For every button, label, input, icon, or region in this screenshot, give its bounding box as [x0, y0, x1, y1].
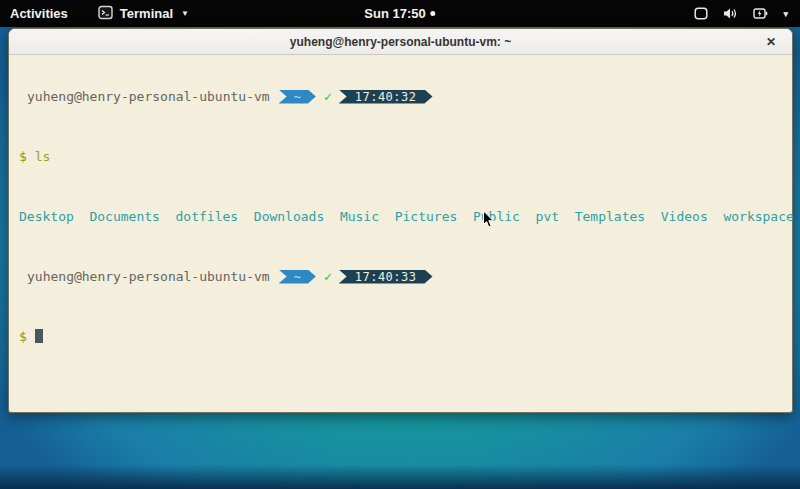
prompt-user: yuheng@henry-personal-ubuntu-vm	[27, 89, 270, 104]
ls-output: Desktop Documents dotfiles Downloads Mus…	[19, 209, 792, 224]
prompt-line: yuheng@henry-personal-ubuntu-vm ~ ✓ 17:4…	[19, 89, 792, 104]
display-icon	[694, 7, 708, 20]
top-bar: Activities Terminal ▼ Sun 17:50	[0, 0, 800, 27]
clock-menu[interactable]: Sun 17:50	[364, 0, 435, 27]
terminal-window: yuheng@henry-personal-ubuntu-vm: ~ ✕ yuh…	[8, 28, 793, 413]
prompt-cwd-segment: ~	[279, 270, 316, 284]
prompt-status-check-icon: ✓	[324, 89, 332, 104]
terminal-cursor	[35, 329, 43, 343]
typed-command: ls	[35, 149, 51, 164]
prompt-time-segment: 17:40:32	[339, 90, 433, 104]
volume-icon	[723, 7, 738, 20]
battery-charging-icon	[753, 7, 768, 20]
notification-dot-icon	[431, 11, 436, 16]
ls-output-text: Desktop Documents dotfiles Downloads Mus…	[19, 209, 794, 224]
shell-prompt-symbol: $	[19, 149, 27, 164]
window-titlebar[interactable]: yuheng@henry-personal-ubuntu-vm: ~ ✕	[9, 29, 792, 55]
chevron-down-icon: ▼	[181, 9, 189, 18]
chevron-down-icon: ▾	[783, 9, 788, 19]
prompt-time-segment: 17:40:33	[339, 270, 433, 284]
shell-prompt-symbol: $	[19, 329, 27, 344]
terminal-screen[interactable]: yuheng@henry-personal-ubuntu-vm ~ ✓ 17:4…	[9, 55, 792, 412]
window-title: yuheng@henry-personal-ubuntu-vm: ~	[290, 35, 511, 49]
prompt-cwd-segment: ~	[279, 90, 316, 104]
command-line: $ ls	[19, 149, 792, 164]
prompt-user: yuheng@henry-personal-ubuntu-vm	[27, 269, 270, 284]
clock-label: Sun 17:50	[364, 6, 425, 21]
prompt-line: yuheng@henry-personal-ubuntu-vm ~ ✓ 17:4…	[19, 269, 792, 284]
close-button[interactable]: ✕	[766, 36, 776, 48]
current-input-line: $	[19, 329, 792, 344]
app-menu-label: Terminal	[120, 6, 173, 21]
system-tray-menu[interactable]: ▾	[694, 7, 788, 20]
prompt-status-check-icon: ✓	[324, 269, 332, 284]
app-menu-terminal[interactable]: Terminal ▼	[98, 5, 189, 23]
activities-button[interactable]: Activities	[10, 6, 68, 21]
terminal-app-icon	[98, 5, 113, 23]
